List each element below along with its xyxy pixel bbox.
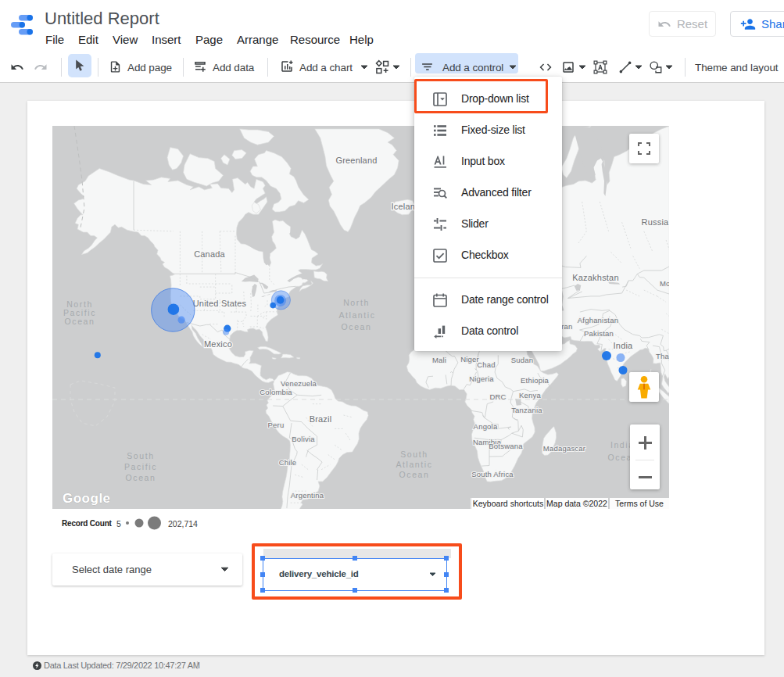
- svg-text:Pacific: Pacific: [124, 462, 157, 471]
- svg-text:Bolivia: Bolivia: [292, 435, 315, 443]
- svg-text:Botswana: Botswana: [489, 442, 523, 450]
- svg-text:DRC: DRC: [489, 392, 506, 401]
- svg-text:Pakistan: Pakistan: [584, 329, 614, 338]
- svg-text:Peru: Peru: [268, 421, 285, 429]
- svg-text:Ocean: Ocean: [65, 317, 95, 326]
- svg-text:Ocean: Ocean: [399, 470, 430, 479]
- svg-text:Venezuela: Venezuela: [281, 379, 317, 388]
- svg-text:Keyboard shortcuts: Keyboard shortcuts: [473, 499, 543, 508]
- svg-text:Mali: Mali: [432, 356, 446, 364]
- svg-text:India: India: [614, 341, 634, 350]
- svg-text:Chile: Chile: [279, 458, 297, 467]
- svg-text:South Africa: South Africa: [471, 470, 514, 478]
- svg-text:Russia: Russia: [642, 217, 669, 227]
- svg-text:Brazil: Brazil: [310, 414, 332, 424]
- svg-text:Sudan: Sudan: [511, 356, 533, 364]
- svg-text:Ocean: Ocean: [126, 473, 156, 482]
- svg-text:Canada: Canada: [194, 249, 225, 259]
- svg-text:Chad: Chad: [477, 360, 496, 369]
- svg-text:Mexico: Mexico: [204, 339, 232, 349]
- svg-text:North: North: [343, 298, 370, 307]
- svg-text:Kazakhstan: Kazakhstan: [572, 273, 618, 282]
- svg-text:Atlantic: Atlantic: [396, 460, 432, 469]
- svg-text:Thailand: Thailand: [656, 352, 669, 360]
- svg-text:South: South: [127, 451, 154, 460]
- svg-text:United States: United States: [193, 299, 247, 308]
- svg-text:Google: Google: [63, 491, 111, 506]
- svg-text:Nigeria: Nigeria: [469, 374, 494, 383]
- svg-text:Atlantic: Atlantic: [338, 310, 375, 320]
- svg-text:Map data ©2022: Map data ©2022: [546, 499, 607, 508]
- svg-text:Afghanistan: Afghanistan: [578, 316, 618, 324]
- svg-text:Ocean: Ocean: [342, 322, 372, 331]
- svg-text:Greenland: Greenland: [335, 156, 377, 165]
- svg-text:Madagascar: Madagascar: [543, 444, 585, 453]
- svg-text:Argentina: Argentina: [291, 491, 324, 500]
- svg-text:Ethiopia: Ethiopia: [521, 376, 549, 385]
- svg-text:Colombia: Colombia: [260, 388, 292, 396]
- svg-text:Mongolia: Mongolia: [660, 279, 669, 288]
- svg-text:Angola: Angola: [474, 422, 498, 431]
- svg-text:Terms of Use: Terms of Use: [615, 499, 664, 508]
- svg-text:Kenya: Kenya: [519, 391, 541, 399]
- svg-text:Tanzania: Tanzania: [511, 406, 542, 414]
- svg-text:South: South: [400, 450, 428, 459]
